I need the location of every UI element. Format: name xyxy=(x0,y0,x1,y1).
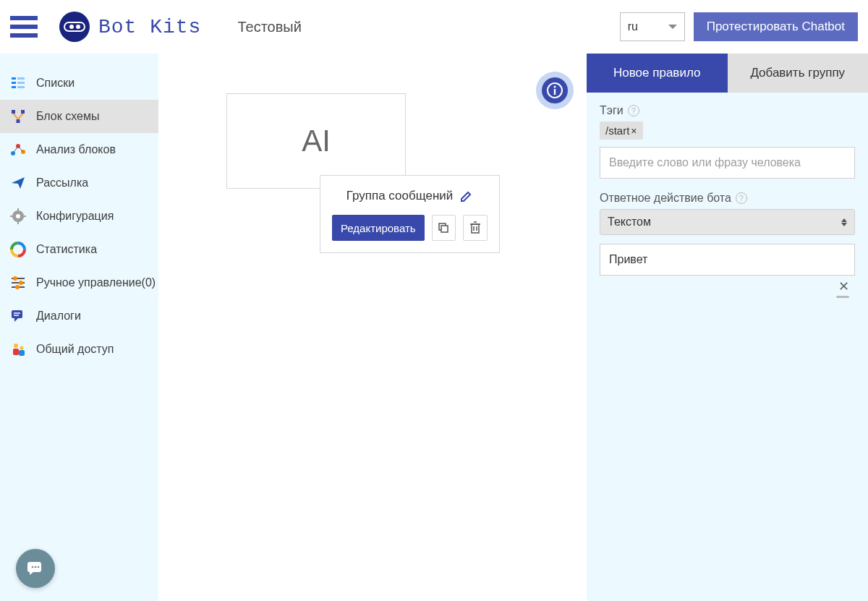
sidebar-item-label: Статистика xyxy=(36,243,97,256)
svg-line-9 xyxy=(14,114,19,119)
language-select[interactable]: ru xyxy=(620,12,685,41)
svg-rect-3 xyxy=(17,82,25,84)
svg-point-35 xyxy=(14,344,18,348)
svg-point-47 xyxy=(554,86,556,88)
sidebar-item-analysis[interactable]: Анализ блоков xyxy=(0,133,158,166)
svg-rect-8 xyxy=(17,119,20,123)
svg-rect-7 xyxy=(21,110,25,114)
test-chatbot-button[interactable]: Протестировать Chatbot xyxy=(694,12,858,41)
tags-label: Тэги xyxy=(600,104,624,117)
action-select-value: Текстом xyxy=(608,216,651,229)
sidebar-item-stats[interactable]: Статистика xyxy=(0,233,158,266)
manual-icon xyxy=(10,275,26,291)
logo-text: Bot Kits xyxy=(98,16,201,38)
svg-rect-1 xyxy=(17,77,25,80)
panel-tabs: Новое правило Добавить группу xyxy=(587,54,868,93)
svg-point-27 xyxy=(13,276,17,281)
chevron-down-icon xyxy=(668,25,677,29)
tag-remove-icon[interactable]: × xyxy=(631,125,637,137)
svg-point-17 xyxy=(16,214,20,218)
close-icon[interactable]: ✕ xyxy=(838,280,849,293)
flow-canvas[interactable]: AI Группа сообщений Редактировать xyxy=(158,54,587,601)
svg-rect-0 xyxy=(12,77,16,80)
dialog-icon xyxy=(10,308,26,324)
sidebar-item-flowchart[interactable]: Блок схемы xyxy=(0,100,158,133)
svg-rect-2 xyxy=(12,82,16,84)
svg-point-49 xyxy=(32,566,34,568)
header: Bot Kits Тестовый ru Протестировать Chat… xyxy=(0,0,868,54)
sidebar-item-label: Ручное управление(0) xyxy=(36,276,156,289)
right-panel: Новое правило Добавить группу Тэги ? /st… xyxy=(587,54,868,601)
language-value: ru xyxy=(628,20,638,33)
svg-rect-20 xyxy=(10,216,13,217)
svg-point-37 xyxy=(20,346,24,350)
trash-icon xyxy=(469,221,481,234)
sidebar-item-lists[interactable]: Списки xyxy=(0,67,158,100)
drag-handle-icon[interactable] xyxy=(836,296,849,298)
info-icon xyxy=(547,82,563,98)
action-select[interactable]: Текстом xyxy=(600,209,855,235)
svg-point-31 xyxy=(15,285,20,289)
svg-rect-6 xyxy=(12,110,15,114)
chat-fab[interactable] xyxy=(16,549,55,588)
svg-line-10 xyxy=(18,114,23,119)
logo[interactable]: Bot Kits xyxy=(59,12,201,42)
chat-icon xyxy=(26,559,45,578)
pencil-icon[interactable] xyxy=(460,189,473,203)
sidebar-item-config[interactable]: Конфигурация xyxy=(0,200,158,233)
send-icon xyxy=(10,175,26,191)
svg-rect-21 xyxy=(23,216,26,217)
stats-icon xyxy=(10,242,26,257)
svg-rect-18 xyxy=(17,208,19,211)
help-icon[interactable]: ? xyxy=(628,105,639,116)
logo-icon xyxy=(59,12,90,42)
svg-rect-32 xyxy=(12,310,22,318)
tag-chip[interactable]: /start × xyxy=(600,122,643,140)
sidebar-item-label: Анализ блоков xyxy=(36,143,116,156)
sidebar-item-label: Блок схемы xyxy=(36,110,99,123)
sidebar-item-share[interactable]: Общий доступ xyxy=(0,333,158,366)
edit-button[interactable]: Редактировать xyxy=(332,215,425,241)
sidebar-item-label: Рассылка xyxy=(36,176,88,189)
gear-icon xyxy=(10,208,26,224)
project-name: Тестовый xyxy=(237,19,301,35)
reply-input[interactable] xyxy=(600,244,855,276)
analysis-icon xyxy=(10,142,26,158)
help-icon[interactable]: ? xyxy=(736,192,747,204)
flowchart-icon xyxy=(10,108,26,124)
svg-point-50 xyxy=(35,566,37,568)
svg-rect-40 xyxy=(441,226,448,232)
svg-rect-5 xyxy=(17,86,25,88)
sidebar-item-dialogs[interactable]: Диалоги xyxy=(0,299,158,333)
message-card-title: Группа сообщений xyxy=(346,189,454,203)
tab-add-group[interactable]: Добавить группу xyxy=(728,54,869,93)
sidebar-item-manual[interactable]: Ручное управление(0) xyxy=(0,266,158,299)
copy-icon xyxy=(438,222,449,234)
sidebar: Списки Блок схемы Анализ блоков Рассылка… xyxy=(0,54,158,601)
svg-rect-19 xyxy=(17,221,19,224)
delete-button[interactable] xyxy=(463,215,488,241)
sidebar-item-label: Конфигурация xyxy=(36,210,114,223)
svg-point-29 xyxy=(19,281,23,285)
action-label: Ответное действие бота xyxy=(600,192,731,205)
ai-node-label: AI xyxy=(302,124,331,158)
info-button[interactable] xyxy=(536,72,574,109)
sidebar-item-label: Списки xyxy=(36,77,75,90)
lists-icon xyxy=(10,75,26,91)
phrase-input[interactable] xyxy=(600,147,855,179)
select-caret-icon xyxy=(841,218,847,226)
svg-line-14 xyxy=(13,146,18,153)
sidebar-item-label: Диалоги xyxy=(36,310,81,323)
svg-rect-38 xyxy=(19,350,25,356)
tab-new-rule[interactable]: Новое правило xyxy=(587,54,728,93)
svg-rect-41 xyxy=(472,224,479,233)
message-group-card[interactable]: Группа сообщений Редактировать xyxy=(320,175,500,253)
copy-button[interactable] xyxy=(432,215,456,241)
share-icon xyxy=(10,341,26,357)
hamburger-menu-icon[interactable] xyxy=(10,16,38,38)
sidebar-item-broadcast[interactable]: Рассылка xyxy=(0,166,158,200)
tag-value: /start xyxy=(605,124,629,137)
svg-rect-4 xyxy=(12,86,16,88)
svg-rect-48 xyxy=(554,89,556,95)
svg-point-51 xyxy=(38,566,40,568)
